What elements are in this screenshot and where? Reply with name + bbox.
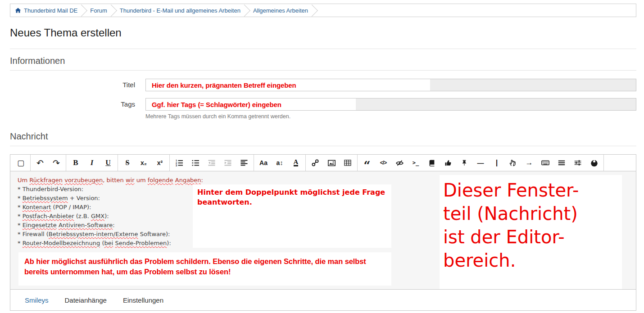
svg-text:3: 3 — [176, 164, 177, 166]
breadcrumb-label: Thunderbird - E-Mail und allgemeines Arb… — [120, 7, 240, 14]
arrow-right-button[interactable]: → — [521, 155, 537, 171]
title-input[interactable]: Hier den kurzen, prägnanten Betreff eing… — [145, 79, 636, 91]
tags-input[interactable]: Ggf. hier Tags (= Schlagwörter) eingeben — [145, 98, 636, 111]
breadcrumb-label: Allgemeines Arbeiten — [253, 7, 308, 14]
chevron-right-icon — [238, 4, 250, 17]
undo-icon: ↶ — [36, 158, 44, 168]
spoiler-button[interactable] — [391, 155, 408, 171]
home-icon — [15, 7, 21, 13]
chevron-right-icon — [75, 4, 87, 17]
vertical-line-icon: | — [496, 159, 498, 167]
editor-text-line: * Firewall (Betriebssystem-intern/Extern… — [18, 230, 203, 239]
subscript-button[interactable]: x₂ — [136, 155, 152, 171]
editor-text-line: * Router-Modellbezeichnung (bei Sende-Pr… — [18, 239, 203, 248]
title-label: Titel — [10, 79, 135, 91]
toolbar-separator — [603, 155, 604, 171]
horizontal-rule-icon: — — [477, 159, 484, 167]
font-color-button[interactable]: A — [288, 155, 304, 171]
tab-smileys[interactable]: Smileys — [19, 296, 54, 304]
toolbar-separator — [118, 155, 118, 171]
breadcrumb-link[interactable]: Thunderbird - E-Mail und allgemeines Arb… — [120, 7, 240, 14]
font-family-button[interactable]: Aa — [255, 155, 272, 171]
tags-input-fill — [356, 98, 636, 110]
breadcrumb-label: Thunderbird Mail DE — [24, 7, 77, 14]
font-size-icon: a↕ — [277, 159, 283, 166]
italic-button[interactable]: I — [84, 155, 100, 171]
chevron-right-icon — [105, 4, 117, 17]
tags-help-text: Mehrere Tags müssen durch ein Komma getr… — [145, 113, 636, 120]
thumbs-up-button[interactable] — [440, 155, 456, 171]
inline-code-icon: >_ — [413, 160, 419, 166]
italic-icon: I — [91, 158, 94, 167]
link-button[interactable] — [307, 155, 323, 171]
table-button[interactable] — [340, 155, 356, 171]
outdent-button[interactable] — [204, 155, 220, 171]
annotation-right-line: ist der Editor- — [443, 225, 622, 249]
book-button[interactable] — [424, 155, 440, 171]
strikethrough-icon: S — [126, 159, 130, 167]
inline-code-button[interactable]: >_ — [408, 155, 424, 171]
label-gap — [135, 98, 145, 111]
font-size-button[interactable]: a↕ — [272, 155, 288, 171]
horizontal-rule-button[interactable]: — — [472, 155, 489, 171]
hand-pointer-icon — [509, 159, 517, 166]
alignment-icon — [240, 159, 248, 166]
square-icon: ▢ — [17, 158, 24, 168]
subscript-icon: x₂ — [141, 159, 147, 166]
annotation-middle: Hinter dem Doppelpunkt möglichst jede Fr… — [193, 184, 391, 248]
underline-icon: U — [105, 159, 111, 167]
tab-einstellungen[interactable]: Einstellungen — [118, 296, 169, 304]
outdent-icon — [208, 159, 215, 166]
font-family-icon: Aa — [259, 159, 268, 166]
toolbar-separator — [30, 155, 31, 171]
indent-button[interactable] — [220, 155, 236, 171]
tags-row: Tags Ggf. hier Tags (= Schlagwörter) ein… — [10, 98, 636, 111]
editor-text: Um Rückfragen vorzubeugen, bitten wir um… — [18, 176, 203, 248]
toolbar-separator — [169, 155, 170, 171]
editor-toolbar: ▢↶↷BIUSx₂x²123Aaa↕A“</>>_—|→ — [10, 155, 636, 171]
bold-button[interactable]: B — [68, 155, 84, 171]
chevron-right-icon — [306, 4, 318, 17]
ordered-list-icon: 123 — [176, 159, 183, 166]
section-header-nachricht: Nachricht — [10, 131, 636, 146]
page-content: Thunderbird Mail DEForumThunderbird - E-… — [10, 4, 636, 311]
square-button[interactable]: ▢ — [13, 155, 29, 171]
underline-button[interactable]: U — [100, 155, 116, 171]
quote-button[interactable]: “ — [359, 155, 375, 171]
pin-button[interactable] — [456, 155, 472, 171]
editor-text-line: * Eingesetzte Antiviren-Software: — [18, 221, 203, 230]
editor-text-line: * Thunderbird-Version: — [18, 185, 203, 194]
rebel-logo-icon — [590, 159, 598, 167]
keyboard-button[interactable] — [537, 155, 553, 171]
undo-button[interactable]: ↶ — [32, 155, 48, 171]
breadcrumb-link[interactable]: Allgemeines Arbeiten — [253, 7, 308, 14]
code-button[interactable]: </> — [375, 155, 391, 171]
strikethrough-button[interactable]: S — [119, 155, 136, 171]
section-header-informationen: Informationen — [10, 49, 636, 71]
alignment-button[interactable] — [236, 155, 252, 171]
ordered-list-button[interactable]: 123 — [171, 155, 187, 171]
vertical-line-button[interactable]: | — [489, 155, 505, 171]
settings-sliders-icon — [574, 159, 581, 166]
annotation-right: Dieser Fenster-teil (Nachricht)ist der E… — [440, 175, 622, 289]
tags-annotation: Ggf. hier Tags (= Schlagwörter) eingeben — [152, 100, 281, 109]
annotation-bottom: Ab hier möglichst ausführlich das Proble… — [18, 252, 391, 286]
breadcrumb-link[interactable]: Thunderbird Mail DE — [15, 7, 77, 14]
toolbar-separator — [357, 155, 358, 171]
quote-icon: “ — [364, 159, 371, 167]
annotation-right-line: Dieser Fenster- — [443, 179, 622, 202]
redo-button[interactable]: ↷ — [48, 155, 64, 171]
menu-button[interactable] — [553, 155, 570, 171]
image-button[interactable] — [323, 155, 340, 171]
unordered-list-icon — [192, 159, 199, 166]
image-icon — [328, 159, 336, 167]
tags-label: Tags — [10, 98, 135, 111]
superscript-button[interactable]: x² — [152, 155, 168, 171]
rebel-logo-button[interactable] — [586, 155, 602, 171]
unordered-list-button[interactable] — [187, 155, 204, 171]
settings-sliders-button[interactable] — [570, 155, 586, 171]
hand-pointer-button[interactable] — [505, 155, 521, 171]
redo-icon: ↷ — [53, 158, 60, 168]
editor-content-area[interactable]: Um Rückfragen vorzubeugen, bitten wir um… — [10, 171, 636, 289]
tab-dateianh-nge[interactable]: Dateianhänge — [59, 296, 112, 304]
